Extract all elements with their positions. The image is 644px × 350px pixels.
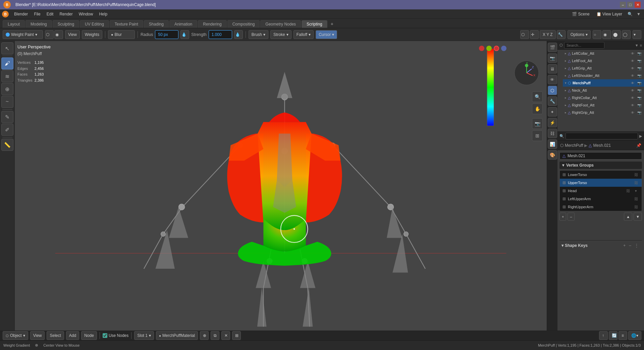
tool-weight-blur[interactable]: ≋ xyxy=(1,70,13,82)
row-cam[interactable]: 📷 xyxy=(637,73,642,78)
vg-link-btn[interactable]: ⛓ xyxy=(633,196,639,202)
ri-particles-btn[interactable]: ✦ xyxy=(548,107,557,117)
sk-add-btn[interactable]: + xyxy=(622,243,627,249)
view-layer-label[interactable]: 📋 View Layer xyxy=(594,11,625,17)
vg-item-uppertorso[interactable]: ⊞ UpperTorso ⛓ xyxy=(560,179,642,187)
ws-tab-geometry[interactable]: Geometry Nodes xyxy=(260,20,301,28)
row-cam[interactable]: 📷 xyxy=(637,80,642,86)
bottom-icon-3[interactable]: ≡ xyxy=(619,331,627,340)
ri-data-btn[interactable]: 📊 xyxy=(548,139,557,149)
bottom-overlay-btn[interactable]: 🌐▾ xyxy=(628,331,641,340)
tool-annotate[interactable]: ✎ xyxy=(1,111,13,123)
stroke-menu-btn[interactable]: Stroke ▾ xyxy=(270,30,291,39)
menu-help[interactable]: Help xyxy=(96,11,110,17)
tool-weight-draw[interactable]: 🖌 xyxy=(1,57,13,70)
radius-eyedropper[interactable]: 💧 xyxy=(180,30,189,39)
vg-expand-btn[interactable]: ▾ xyxy=(633,188,639,194)
ws-tab-shading[interactable]: Shading xyxy=(144,20,169,28)
use-nodes-checkbox[interactable] xyxy=(103,333,107,338)
breadcrumb-pin[interactable]: 📌 xyxy=(636,143,641,148)
row-vis[interactable]: 👁 xyxy=(630,73,635,78)
row-vis[interactable]: 👁 xyxy=(630,88,635,93)
outliner-row-neck[interactable]: ▸ △ Neck_Att 👁 📷 xyxy=(563,87,644,94)
row-vis[interactable]: 👁 xyxy=(630,58,635,63)
radius-input[interactable]: 50 px xyxy=(155,30,178,39)
ws-tab-sculpting[interactable]: Sculpting xyxy=(53,20,79,28)
vg-link-btn[interactable]: ⛓ xyxy=(633,180,639,186)
viewport-gizmo-btn[interactable]: ✛ xyxy=(530,30,539,39)
ri-physics-btn[interactable]: ⚡ xyxy=(548,118,557,127)
shading-rendered-btn[interactable]: ◯ xyxy=(622,30,631,39)
vg-item-rightupperarm[interactable]: ⊞ RightUpperArm ⛓ xyxy=(560,203,642,211)
sk-more-btn[interactable]: ⋮ xyxy=(633,243,640,249)
tool-measure[interactable]: 📏 xyxy=(1,139,13,151)
row-vis[interactable]: 👁 xyxy=(630,80,635,86)
ri-modifier-btn[interactable]: 🔧 xyxy=(548,96,557,106)
vg-item-lowertorso[interactable]: ⊞ LowerTorso ⛓ xyxy=(560,171,642,179)
menu-window[interactable]: Window xyxy=(76,11,96,17)
brush-selector[interactable]: ● Blur xyxy=(108,30,135,39)
material-selector[interactable]: ● MerchPuffMaterial xyxy=(156,331,198,340)
viewport-overlay-btn[interactable]: ⬡ xyxy=(520,30,529,39)
material-new-btn[interactable]: ⊕ xyxy=(200,331,209,340)
viewport-area[interactable]: User Perspective (0) MerchPuff Vertices1… xyxy=(15,41,547,331)
vg-item-leftupperarm[interactable]: ⊞ LeftUpperArm ⛓ xyxy=(560,195,642,203)
viewport-3d[interactable] xyxy=(15,41,547,331)
material-copy-btn[interactable]: ⧉ xyxy=(211,331,219,340)
material-del-btn[interactable]: ✕ xyxy=(221,331,230,340)
ws-add-button[interactable]: + xyxy=(328,20,336,28)
strength-input[interactable]: 1.000 xyxy=(209,30,232,39)
view-menu-btn[interactable]: View xyxy=(30,331,45,340)
slot-selector[interactable]: Slot 1 ▾ xyxy=(134,331,154,340)
shading-solid-btn[interactable]: ○ xyxy=(593,30,601,39)
material-node-btn[interactable]: ⊞ xyxy=(232,331,241,340)
outliner-row-leftgrip[interactable]: ▸ △ LeftGrip_Att 👁 📷 xyxy=(563,64,644,72)
vg-link-btn[interactable]: ⛓ xyxy=(633,172,639,178)
outliner-row-merchpuff[interactable]: ▾ ⬡ MerchPuff 👁 📷 xyxy=(563,79,644,87)
scene-label[interactable]: 🎬 Scene xyxy=(569,11,592,17)
ri-material-btn[interactable]: 🎨 xyxy=(548,150,557,160)
object-view-btn[interactable]: ⊞ xyxy=(532,130,543,141)
outliner-row-leftfoot[interactable]: ▸ △ LeftFoot_Att 👁 📷 xyxy=(563,57,644,64)
vg-item-head[interactable]: ⊞ Head ⛓ ▾ xyxy=(560,187,642,195)
cursor-menu-btn[interactable]: Cursor ▾ xyxy=(316,30,337,39)
ws-tab-compositing[interactable]: Compositing xyxy=(227,20,260,28)
ri-scene-btn[interactable]: 🎬 xyxy=(548,43,557,52)
vg-link-btn[interactable]: ⛓ xyxy=(633,204,639,210)
minimize-button[interactable]: – xyxy=(620,2,626,8)
menu-file[interactable]: File xyxy=(31,11,43,17)
tool-weight-smear[interactable]: ~ xyxy=(1,96,13,108)
vg-up-btn[interactable]: ▲ xyxy=(624,213,632,221)
row-cam[interactable]: 📷 xyxy=(637,65,642,71)
outliner-row-rightcollar[interactable]: ▸ △ RightCollar_Att 👁 📷 xyxy=(563,94,644,101)
ri-object-btn[interactable]: ⬡ xyxy=(548,86,557,95)
outliner-sort-icon[interactable]: ≡ xyxy=(640,43,642,47)
add-menu-btn[interactable]: Add xyxy=(66,331,79,340)
options-btn[interactable]: Options ▾ xyxy=(568,30,591,39)
ws-tab-modeling[interactable]: Modeling xyxy=(25,20,52,28)
outliner-row-leftshoulder[interactable]: ▸ △ LeftShoulder_Att 👁 📷 xyxy=(563,72,644,79)
ws-tab-uv[interactable]: UV Editing xyxy=(80,20,109,28)
row-cam[interactable]: 📷 xyxy=(637,102,642,108)
menu-edit[interactable]: Edit xyxy=(44,11,56,17)
row-vis[interactable]: 👁 xyxy=(630,51,635,56)
ri-render-btn[interactable]: 📷 xyxy=(548,53,557,63)
ws-tab-texture[interactable]: Texture Paint xyxy=(110,20,143,28)
outliner-row-rightgrip[interactable]: ▸ △ RightGrip_Att 👁 📷 xyxy=(563,109,644,116)
object-mode-btn[interactable]: ⬡ Object ▾ xyxy=(3,331,28,340)
ws-tab-scripting[interactable]: Scripting xyxy=(302,20,327,28)
snap-btn[interactable]: 🔧 xyxy=(557,30,566,39)
row-vis[interactable]: 👁 xyxy=(630,95,635,100)
tool-annotate-line[interactable]: ✐ xyxy=(1,124,13,136)
shading-material-btn[interactable]: ◉ xyxy=(602,30,611,39)
menu-blender[interactable]: Blender xyxy=(11,11,31,17)
shading-render-btn[interactable]: ⬤ xyxy=(612,30,621,39)
row-vis[interactable]: 👁 xyxy=(630,65,635,71)
outliner-filter-icon[interactable]: ▼ xyxy=(635,43,639,47)
zoom-in-btn[interactable]: 🔍 xyxy=(532,91,543,102)
ri-output-btn[interactable]: 🖥 xyxy=(548,64,557,74)
zoom-out-btn[interactable]: ✋ xyxy=(532,103,543,114)
menu-render[interactable]: Render xyxy=(57,11,75,17)
falloff-menu-btn[interactable]: Falloff ▾ xyxy=(293,30,314,39)
outliner-row-leftcollar[interactable]: ▸ △ LeftCollar_Att 👁 📷 xyxy=(563,50,644,57)
